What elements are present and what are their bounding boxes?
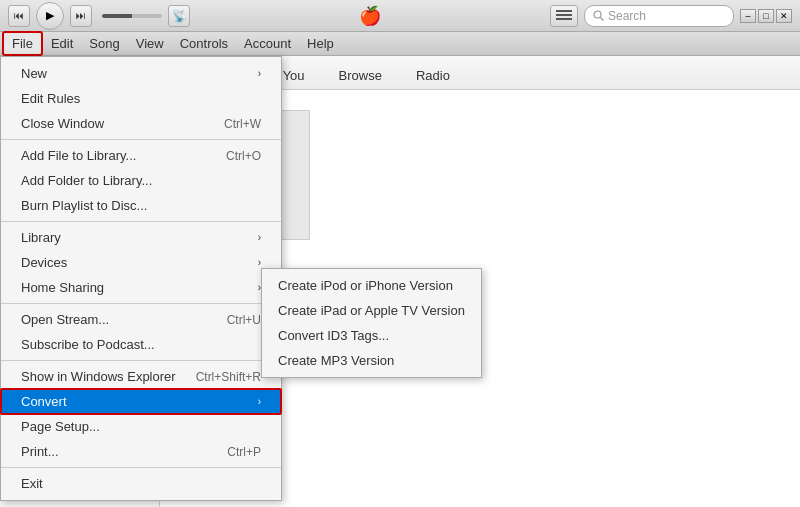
svg-rect-2 — [556, 18, 572, 20]
submenu-item-create-mp3[interactable]: Create MP3 Version — [262, 348, 481, 373]
menu-item-print-shortcut: Ctrl+P — [227, 445, 261, 459]
separator-5 — [1, 467, 281, 468]
menu-item-edit-rules[interactable]: Edit Rules — [1, 86, 281, 111]
apple-logo-icon: 🍎 — [359, 5, 381, 27]
menu-item-page-setup-label: Page Setup... — [21, 419, 100, 434]
play-button[interactable]: ▶ — [36, 2, 64, 30]
menu-view[interactable]: View — [128, 33, 172, 54]
title-bar-controls: ⏮ ▶ ⏭ 📡 — [8, 2, 190, 30]
menu-item-exit[interactable]: Exit — [1, 471, 281, 496]
submenu-item-create-ipod[interactable]: Create iPod or iPhone Version — [262, 273, 481, 298]
separator-4 — [1, 360, 281, 361]
search-box[interactable]: Search — [584, 5, 734, 27]
menu-item-devices-label: Devices — [21, 255, 67, 270]
list-icon — [556, 9, 572, 23]
file-dropdown-menu: New › Edit Rules Close Window Ctrl+W Add… — [0, 56, 282, 501]
list-view-button[interactable] — [550, 5, 578, 27]
menu-item-convert-arrow: › — [258, 396, 261, 407]
convert-submenu: Create iPod or iPhone Version Create iPa… — [261, 268, 482, 378]
menu-bar: File Edit Song View Controls Account Hel… — [0, 32, 800, 56]
search-icon — [593, 10, 604, 21]
menu-item-add-file-shortcut: Ctrl+O — [226, 149, 261, 163]
tab-radio[interactable]: Radio — [400, 62, 466, 89]
menu-file[interactable]: File — [2, 31, 43, 56]
svg-point-3 — [594, 11, 601, 18]
menu-account[interactable]: Account — [236, 33, 299, 54]
restore-button[interactable]: □ — [758, 9, 774, 23]
menu-item-add-file-label: Add File to Library... — [21, 148, 136, 163]
menu-item-subscribe-podcast-label: Subscribe to Podcast... — [21, 337, 155, 352]
volume-slider[interactable] — [102, 14, 162, 18]
menu-item-exit-label: Exit — [21, 476, 43, 491]
menu-controls[interactable]: Controls — [172, 33, 236, 54]
title-bar: ⏮ ▶ ⏭ 📡 🍎 Search – □ ✕ — [0, 0, 800, 32]
rewind-button[interactable]: ⏮ — [8, 5, 30, 27]
menu-item-library-label: Library — [21, 230, 61, 245]
menu-item-open-stream-label: Open Stream... — [21, 312, 109, 327]
menu-item-library[interactable]: Library › — [1, 225, 281, 250]
menu-item-edit-rules-label: Edit Rules — [21, 91, 80, 106]
menu-item-home-sharing-label: Home Sharing — [21, 280, 104, 295]
fast-forward-button[interactable]: ⏭ — [70, 5, 92, 27]
menu-item-show-windows-explorer-label: Show in Windows Explorer — [21, 369, 176, 384]
menu-item-subscribe-podcast[interactable]: Subscribe to Podcast... — [1, 332, 281, 357]
close-button[interactable]: ✕ — [776, 9, 792, 23]
menu-item-add-folder-label: Add Folder to Library... — [21, 173, 152, 188]
minimize-button[interactable]: – — [740, 9, 756, 23]
submenu-item-convert-id3[interactable]: Convert ID3 Tags... — [262, 323, 481, 348]
title-bar-center: 🍎 — [359, 5, 381, 27]
menu-item-close-window[interactable]: Close Window Ctrl+W — [1, 111, 281, 136]
airplay-button[interactable]: 📡 — [168, 5, 190, 27]
tab-browse[interactable]: Browse — [323, 62, 398, 89]
menu-item-close-window-shortcut: Ctrl+W — [224, 117, 261, 131]
menu-item-convert[interactable]: Convert › — [1, 389, 281, 414]
menu-item-show-windows-explorer[interactable]: Show in Windows Explorer Ctrl+Shift+R — [1, 364, 281, 389]
menu-item-add-folder[interactable]: Add Folder to Library... — [1, 168, 281, 193]
convert-submenu-container: Create iPod or iPhone Version Create iPa… — [261, 268, 482, 378]
menu-item-library-arrow: › — [258, 232, 261, 243]
menu-item-convert-label: Convert — [21, 394, 67, 409]
separator-3 — [1, 303, 281, 304]
svg-rect-0 — [556, 10, 572, 12]
menu-item-open-stream[interactable]: Open Stream... Ctrl+U — [1, 307, 281, 332]
submenu-item-create-ipad[interactable]: Create iPad or Apple TV Version — [262, 298, 481, 323]
separator-2 — [1, 221, 281, 222]
svg-line-4 — [601, 18, 604, 21]
menu-item-burn-playlist-label: Burn Playlist to Disc... — [21, 198, 147, 213]
menu-item-devices-arrow: › — [258, 257, 261, 268]
menu-item-page-setup[interactable]: Page Setup... — [1, 414, 281, 439]
menu-item-print-label: Print... — [21, 444, 59, 459]
svg-rect-1 — [556, 14, 572, 16]
menu-item-print[interactable]: Print... Ctrl+P — [1, 439, 281, 464]
menu-item-close-window-label: Close Window — [21, 116, 104, 131]
separator-1 — [1, 139, 281, 140]
menu-item-open-stream-shortcut: Ctrl+U — [227, 313, 261, 327]
menu-song[interactable]: Song — [81, 33, 127, 54]
menu-item-new-arrow: › — [258, 68, 261, 79]
menu-item-devices[interactable]: Devices › — [1, 250, 281, 275]
file-dropdown: New › Edit Rules Close Window Ctrl+W Add… — [0, 56, 282, 501]
menu-item-show-windows-explorer-shortcut: Ctrl+Shift+R — [196, 370, 261, 384]
menu-item-new-label: New — [21, 66, 47, 81]
title-bar-right: Search – □ ✕ — [550, 5, 792, 27]
menu-item-add-file[interactable]: Add File to Library... Ctrl+O — [1, 143, 281, 168]
menu-help[interactable]: Help — [299, 33, 342, 54]
menu-item-burn-playlist[interactable]: Burn Playlist to Disc... — [1, 193, 281, 218]
window-controls: – □ ✕ — [740, 9, 792, 23]
menu-item-new[interactable]: New › — [1, 61, 281, 86]
search-placeholder: Search — [608, 9, 646, 23]
menu-edit[interactable]: Edit — [43, 33, 81, 54]
menu-item-home-sharing[interactable]: Home Sharing › — [1, 275, 281, 300]
